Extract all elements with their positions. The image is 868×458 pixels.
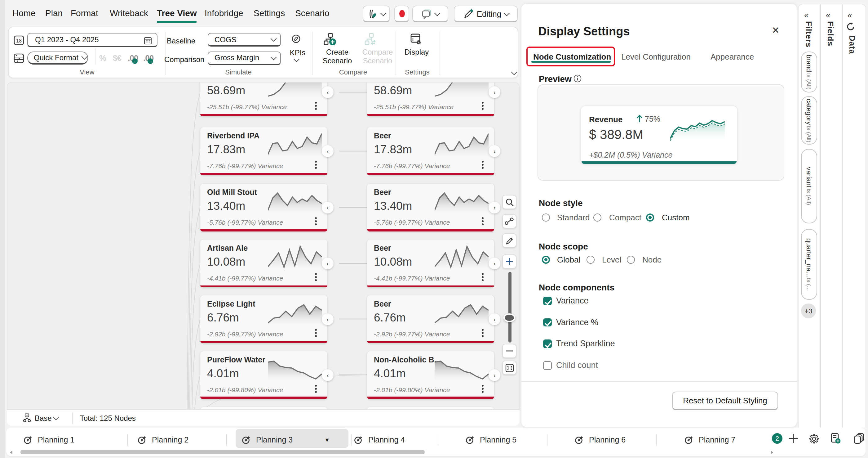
- filter-pill-variant[interactable]: variantis (All): [801, 149, 817, 223]
- tab-level-configuration[interactable]: Level Configuration: [621, 52, 691, 61]
- tab-planning-1[interactable]: Planning 1: [24, 433, 74, 448]
- collapse-left-chevron[interactable]: ‹: [322, 201, 334, 213]
- filter-pill-quarter_na[interactable]: quarter_na...is (...: [801, 229, 817, 300]
- radio-custom[interactable]: [646, 213, 654, 221]
- node-card[interactable]: [200, 407, 328, 409]
- checkbox-child-count[interactable]: [543, 361, 552, 370]
- filters-strip-label[interactable]: Filters: [804, 21, 813, 48]
- menu-writeback[interactable]: Writeback: [110, 8, 148, 18]
- radio-label-node[interactable]: Node: [642, 255, 661, 264]
- collapse-left-chevron[interactable]: ‹: [322, 145, 334, 157]
- tab-planning-2[interactable]: Planning 2: [137, 433, 188, 448]
- node-card[interactable]: Beer13.40m-5.76b (-99.77%) Variance›: [367, 183, 494, 231]
- radio-label-compact[interactable]: Compact: [609, 213, 641, 222]
- expand-right-chevron[interactable]: ›: [489, 201, 500, 213]
- radio-standard[interactable]: [541, 213, 550, 221]
- tab-planning-4[interactable]: Planning 4: [354, 433, 405, 448]
- checkbox-variance-[interactable]: [543, 318, 552, 326]
- node-card[interactable]: 58.69m-25.51b (-99.77%) Variance›: [367, 82, 494, 116]
- fields-strip-label[interactable]: Fields: [826, 21, 835, 46]
- horizontal-scrollbar-thumb[interactable]: [21, 450, 425, 454]
- node-menu-kebab[interactable]: [315, 102, 317, 104]
- radio-node[interactable]: [627, 255, 635, 263]
- collapse-left-chevron[interactable]: ‹: [322, 369, 334, 381]
- node-card[interactable]: Riverbend IPA17.83m-7.76b (-99.77%) Vari…: [200, 127, 328, 175]
- ribbon-collapse-chevron[interactable]: [511, 69, 517, 75]
- zoom-in-button[interactable]: [502, 254, 517, 269]
- tab-planning-5[interactable]: Planning 5: [466, 433, 517, 448]
- scroll-right-arrow[interactable]: [771, 450, 773, 454]
- menu-scenario[interactable]: Scenario: [295, 8, 330, 18]
- scroll-left-arrow[interactable]: [10, 450, 12, 454]
- node-menu-kebab[interactable]: [315, 328, 317, 331]
- comparison-select[interactable]: Gross Margin ▼: [208, 51, 281, 65]
- data-collapse-icon[interactable]: «: [847, 10, 852, 20]
- checkbox-variance[interactable]: [543, 297, 552, 305]
- menu-infobridge[interactable]: Infobridge: [205, 8, 243, 18]
- node-menu-kebab[interactable]: [482, 328, 484, 331]
- menu-settings[interactable]: Settings: [254, 8, 285, 18]
- node-card[interactable]: Artisan Ale10.08m-4.41b (-99.77%) Varian…: [200, 239, 328, 287]
- tab-planning-7[interactable]: Planning 7: [684, 433, 735, 448]
- comments-button[interactable]: ▼: [412, 6, 448, 22]
- checkbox-label[interactable]: Variance %: [556, 317, 598, 327]
- data-strip-label[interactable]: Data: [847, 35, 857, 54]
- close-icon[interactable]: ✕: [769, 24, 782, 37]
- node-menu-kebab[interactable]: [315, 273, 317, 275]
- node-menu-kebab[interactable]: [315, 384, 317, 386]
- node-card[interactable]: [367, 407, 494, 409]
- menu-format[interactable]: Format: [71, 8, 98, 18]
- menu-plan[interactable]: Plan: [45, 8, 63, 18]
- collapse-left-chevron[interactable]: ‹: [322, 313, 334, 325]
- radio-label-global[interactable]: Global: [557, 255, 580, 264]
- node-card[interactable]: Beer10.08m-4.41b (-99.77%) Variance›: [367, 239, 494, 287]
- checkbox-trend-sparkline[interactable]: [543, 340, 552, 348]
- node-menu-kebab[interactable]: [315, 217, 317, 219]
- zoom-out-button[interactable]: [502, 344, 517, 358]
- node-menu-kebab[interactable]: [482, 161, 484, 163]
- node-menu-kebab[interactable]: [482, 273, 484, 275]
- copy-icon[interactable]: [853, 433, 865, 445]
- node-menu-kebab[interactable]: [482, 384, 484, 386]
- tab-node-customization[interactable]: Node Customization: [533, 52, 611, 61]
- tab-appearance[interactable]: Appearance: [711, 52, 754, 61]
- menu-home[interactable]: Home: [12, 8, 36, 18]
- node-card[interactable]: PureFlow Water4.01m-2.01b (-99.80%) Vari…: [200, 351, 328, 399]
- checkbox-label[interactable]: Trend Sparkline: [556, 339, 615, 348]
- expand-right-chevron[interactable]: ›: [489, 145, 500, 157]
- scenario-count-badge[interactable]: 2: [772, 433, 782, 444]
- date-range-field[interactable]: Q1 2023 - Q4 2025: [27, 33, 157, 47]
- radio-label-standard[interactable]: Standard: [557, 213, 590, 222]
- compare-scenario-button[interactable]: Compare Scenario: [353, 48, 402, 65]
- baseline-select[interactable]: COGS ▼: [208, 33, 281, 47]
- checkbox-label[interactable]: Variance: [556, 296, 589, 305]
- node-card[interactable]: Non-Alcoholic B...4.01m-2.01b (-99.80%) …: [367, 351, 494, 399]
- node-card[interactable]: Old Mill Stout13.40m-5.76b (-99.77%) Var…: [200, 183, 328, 231]
- node-card[interactable]: 58.69m-25.51b (-99.77%) Variance‹: [200, 82, 328, 116]
- gear-icon[interactable]: [808, 433, 819, 444]
- base-scenario-dropdown[interactable]: Base: [35, 413, 52, 422]
- refresh-icon[interactable]: [846, 22, 856, 32]
- filter-pill-category[interactable]: categoryis (All): [801, 96, 817, 145]
- fields-collapse-icon[interactable]: «: [826, 10, 830, 20]
- new-scenario-doc-icon[interactable]: [830, 433, 841, 445]
- fit-to-screen-button[interactable]: [502, 361, 517, 375]
- add-tab-icon[interactable]: [788, 433, 799, 444]
- radio-global[interactable]: [541, 255, 550, 263]
- connect-nodes-tool-button[interactable]: [502, 214, 517, 228]
- node-card[interactable]: Eclipse Light6.76m-2.92b (-99.77%) Varia…: [200, 295, 328, 343]
- radio-label-custom[interactable]: Custom: [662, 213, 690, 222]
- node-menu-kebab[interactable]: [315, 161, 317, 163]
- edit-tool-button[interactable]: [502, 233, 517, 248]
- editing-mode-button[interactable]: Editing ▼: [454, 6, 518, 22]
- tab-planning-3[interactable]: Planning 3▼: [242, 433, 330, 448]
- radio-compact[interactable]: [593, 213, 601, 221]
- reset-default-styling-button[interactable]: Reset to Default Styling: [672, 392, 778, 410]
- display-settings-button[interactable]: Display: [399, 48, 434, 56]
- node-menu-kebab[interactable]: [482, 217, 484, 219]
- more-filters-badge[interactable]: +3: [801, 304, 816, 318]
- collapse-left-chevron[interactable]: ‹: [322, 86, 334, 98]
- radio-level[interactable]: [587, 255, 595, 263]
- node-card[interactable]: Beer6.76m-2.92b (-99.77%) Variance›: [367, 295, 494, 343]
- node-menu-kebab[interactable]: [482, 102, 484, 104]
